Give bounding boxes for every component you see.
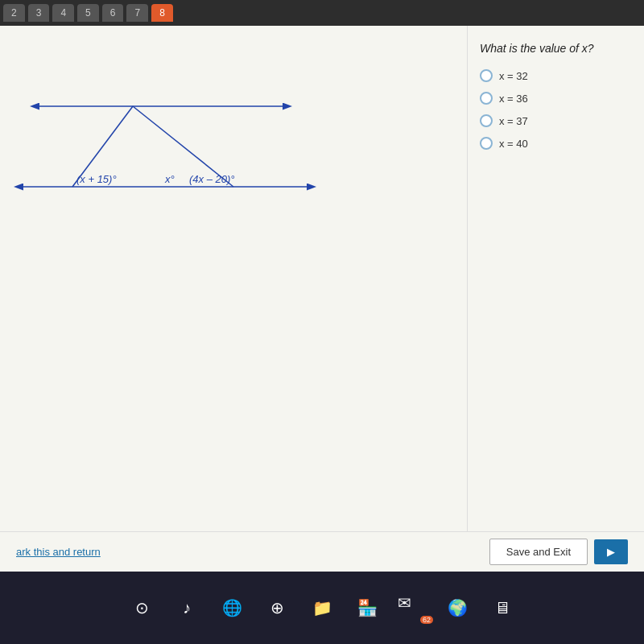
- tab-bar: 2 3 4 5 6 7 8: [0, 0, 644, 26]
- tab-6[interactable]: 6: [102, 4, 124, 22]
- main-content: (x + 15)° x° (4x – 20)° What is the valu…: [0, 26, 644, 589]
- browser-icon-2[interactable]: 🌍: [443, 593, 472, 622]
- tab-3[interactable]: 3: [28, 4, 50, 22]
- option-37-label: x = 37: [499, 115, 528, 127]
- option-32-label: x = 32: [499, 70, 528, 82]
- angle1-label: (x + 15)°: [76, 173, 117, 185]
- radio-40[interactable]: [480, 137, 493, 150]
- radio-36[interactable]: [480, 92, 493, 105]
- network-icon[interactable]: 🖥: [488, 593, 517, 622]
- file-explorer-icon[interactable]: 📁: [308, 593, 336, 622]
- mark-return-link[interactable]: ark this and return: [16, 546, 101, 558]
- next-button[interactable]: ▶: [594, 539, 628, 564]
- geometry-diagram: (x + 15)° x° (4x – 20)°: [8, 50, 394, 251]
- option-40-label: x = 40: [499, 138, 528, 150]
- right-panel: What is the value of x? x = 32 x = 36 x …: [467, 26, 644, 589]
- save-exit-button[interactable]: Save and Exit: [489, 539, 588, 565]
- taskbar: ⊙ ♪ 🌐 ⊕ 📁 🏪 ✉ 🌍 🖥: [0, 572, 644, 644]
- angle3-label: (4x – 20)°: [189, 173, 235, 185]
- chrome-icon[interactable]: ⊕: [262, 593, 291, 622]
- option-36[interactable]: x = 36: [480, 92, 632, 105]
- tab-2[interactable]: 2: [3, 4, 25, 22]
- tab-5[interactable]: 5: [77, 4, 99, 22]
- windows-search-icon[interactable]: ⊙: [127, 593, 156, 622]
- angle2-label: x°: [164, 173, 175, 185]
- option-40[interactable]: x = 40: [480, 137, 632, 150]
- bottom-bar: ark this and return Save and Exit ▶: [0, 531, 644, 572]
- tab-7[interactable]: 7: [126, 4, 148, 22]
- option-36-label: x = 36: [499, 93, 528, 105]
- option-37[interactable]: x = 37: [480, 114, 632, 127]
- question-text: What is the value of x?: [480, 42, 632, 55]
- radio-37[interactable]: [480, 114, 493, 127]
- left-panel: (x + 15)° x° (4x – 20)°: [0, 26, 467, 589]
- edge-icon[interactable]: 🌐: [217, 593, 246, 622]
- tab-8[interactable]: 8: [151, 4, 173, 22]
- radio-32[interactable]: [480, 69, 493, 82]
- variable-x: x: [582, 42, 588, 55]
- option-32[interactable]: x = 32: [480, 69, 632, 82]
- tab-4[interactable]: 4: [52, 4, 74, 22]
- mail-icon[interactable]: ✉: [398, 593, 427, 622]
- music-icon[interactable]: ♪: [172, 593, 201, 622]
- store-icon[interactable]: 🏪: [353, 593, 382, 622]
